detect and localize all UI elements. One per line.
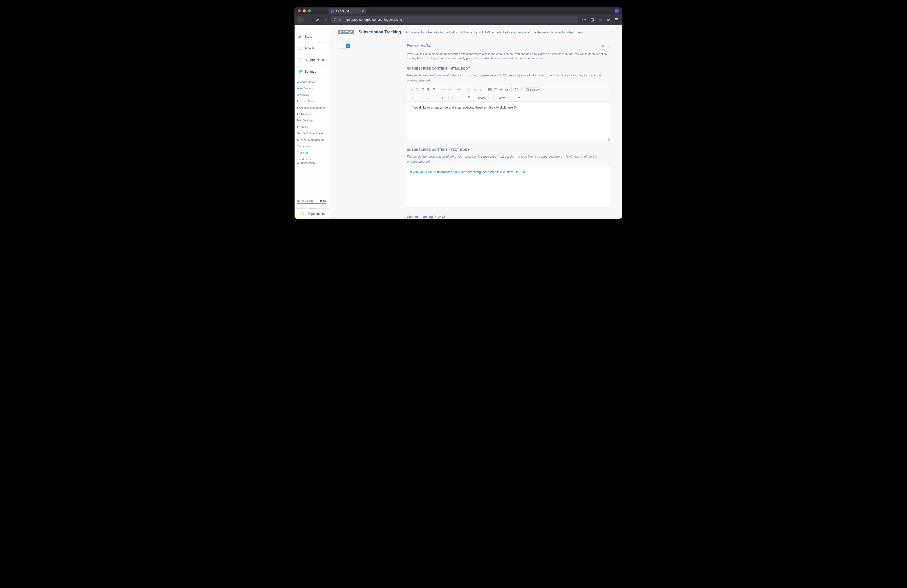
section-header: INACTIVE Subscription Tracking Adds unsu… bbox=[338, 30, 613, 38]
sidebar-item-settings[interactable]: Settings ⌄ bbox=[295, 66, 329, 77]
settings-sub-item[interactable]: Mail Settings bbox=[297, 117, 329, 124]
bullet-list-icon[interactable] bbox=[441, 96, 446, 100]
page-description: Adds unsubscribe links to the bottom of … bbox=[405, 30, 585, 34]
svg-point-33 bbox=[442, 98, 442, 98]
unlink-icon[interactable] bbox=[472, 87, 477, 92]
outdent-icon[interactable] bbox=[451, 96, 456, 100]
help-icon[interactable]: ? bbox=[517, 96, 521, 100]
table-icon[interactable] bbox=[493, 87, 498, 92]
settings-sub-item[interactable]: IP Addresses bbox=[297, 111, 329, 117]
cut-icon[interactable] bbox=[409, 87, 414, 92]
app-viewport: Stats ⌄ Activity Suppressions ⌄ bbox=[295, 25, 622, 219]
browser-titlebar: SendGrid × + ⬶ bbox=[295, 8, 622, 14]
sidebar-item-activity[interactable]: Activity bbox=[295, 43, 329, 54]
reputation-label: REPUTATION bbox=[297, 200, 313, 202]
remove-format-icon[interactable]: Ix bbox=[426, 96, 431, 100]
chevron-down-icon: ⌄ bbox=[324, 70, 326, 73]
source-button[interactable]: Source bbox=[524, 87, 540, 92]
chevron-down-icon: ⌄ bbox=[324, 35, 326, 38]
settings-sub-item[interactable]: Subuser Management bbox=[297, 137, 329, 143]
bold-icon[interactable]: B bbox=[409, 96, 414, 100]
url-bar[interactable]: https://app.sendgrid.com/settings/tracki… bbox=[331, 16, 577, 23]
svg-point-9 bbox=[301, 71, 301, 72]
italic-icon[interactable]: I bbox=[415, 96, 419, 100]
hamburger-menu[interactable] bbox=[613, 16, 620, 23]
blockquote-icon[interactable]: ” bbox=[467, 96, 471, 100]
format-dropdown[interactable]: Format▼ bbox=[496, 96, 511, 100]
paste-icon[interactable] bbox=[420, 87, 425, 92]
settings-sub-item[interactable]: Sender Authentication bbox=[297, 130, 329, 137]
settings-sub-item[interactable]: API Keys bbox=[297, 92, 329, 98]
home-button[interactable]: ⌂ bbox=[322, 16, 330, 23]
window-zoom-dot[interactable] bbox=[308, 10, 311, 13]
image-icon[interactable] bbox=[488, 87, 492, 92]
sidebar-item-stats[interactable]: Stats ⌄ bbox=[295, 31, 329, 43]
settings-sub-item[interactable]: Alert Settings bbox=[297, 85, 329, 91]
back-button[interactable]: ← bbox=[296, 16, 304, 23]
settings-sub-item[interactable]: Teammates bbox=[297, 143, 329, 149]
experiments-button[interactable]: Experiments bbox=[295, 208, 329, 219]
link-icon[interactable] bbox=[467, 87, 471, 92]
styles-dropdown[interactable]: Styles▼ bbox=[476, 96, 491, 100]
svg-point-11 bbox=[301, 212, 304, 215]
html-editor-content[interactable]: If you'd like to unsubscribe and stop re… bbox=[407, 102, 611, 137]
window-controls bbox=[295, 10, 311, 13]
strike-icon[interactable]: S bbox=[420, 96, 425, 100]
svg-rect-15 bbox=[416, 88, 418, 90]
sidebar-label: Stats bbox=[305, 35, 312, 38]
window-close-dot[interactable] bbox=[298, 10, 301, 13]
anchor-icon[interactable] bbox=[478, 87, 482, 92]
sidebar-item-suppressions[interactable]: Suppressions ⌄ bbox=[295, 54, 329, 66]
browser-window: SendGrid × + ⬶ ← → ⟳ ⌂ https://app.sendg… bbox=[295, 8, 622, 219]
reload-button[interactable]: ⟳ bbox=[314, 16, 321, 23]
on-off-toggle[interactable]: OFF ON bbox=[338, 44, 350, 48]
editor-resize-handle[interactable] bbox=[407, 137, 611, 141]
svg-point-8 bbox=[299, 70, 300, 70]
text-body-textarea[interactable]: If you would like to unsubscribe and sto… bbox=[407, 167, 611, 207]
settings-sub-item[interactable]: Two-Factor Authentication bbox=[297, 156, 329, 167]
browser-tab[interactable]: SendGrid × bbox=[329, 8, 367, 14]
undo-icon[interactable] bbox=[441, 87, 446, 92]
copy-icon[interactable] bbox=[415, 87, 419, 92]
maximize-icon[interactable] bbox=[514, 87, 519, 92]
settings-sub-item[interactable]: Partners bbox=[297, 124, 329, 130]
svg-rect-7 bbox=[300, 60, 302, 60]
svg-rect-3 bbox=[300, 36, 300, 38]
settings-sub-item[interactable]: Account Details bbox=[297, 79, 329, 85]
activity-icon bbox=[298, 46, 302, 50]
special-char-icon[interactable]: Ω bbox=[504, 87, 509, 92]
hr-icon[interactable] bbox=[499, 87, 503, 92]
svg-point-10 bbox=[300, 72, 300, 73]
paste-word-icon[interactable]: W bbox=[431, 87, 436, 92]
spellcheck-icon[interactable]: ABC▾ bbox=[457, 87, 462, 92]
form-row: OFF ON Replacement Tag ✕ ✓ bbox=[338, 44, 613, 219]
lock-icon bbox=[339, 18, 341, 21]
cancel-button[interactable]: ✕ bbox=[601, 44, 604, 48]
shield-icon bbox=[333, 18, 337, 21]
paste-text-icon[interactable] bbox=[426, 87, 431, 92]
main-content: INACTIVE Subscription Tracking Adds unsu… bbox=[329, 25, 622, 219]
indent-icon[interactable] bbox=[457, 96, 462, 100]
redo-icon[interactable] bbox=[447, 87, 452, 92]
settings-submenu: Account DetailsAlert SettingsAPI KeysInb… bbox=[295, 77, 329, 168]
forward-button[interactable]: → bbox=[305, 16, 312, 23]
confirm-button[interactable]: ✓ bbox=[608, 44, 611, 48]
bookmark-star-icon[interactable]: ☆ bbox=[597, 16, 604, 23]
form-column: Replacement Tag ✕ ✓ If you would like to… bbox=[407, 44, 613, 219]
experiments-label: Experiments bbox=[308, 212, 325, 216]
html-body-heading: UNSUBSCRIBE CONTENT - HTML BODY bbox=[407, 67, 611, 70]
settings-sub-item[interactable]: Tracking bbox=[297, 149, 329, 156]
settings-sub-item[interactable]: IP Access Management bbox=[297, 105, 329, 111]
window-minimize-dot[interactable] bbox=[303, 10, 306, 13]
tab-close-icon[interactable]: × bbox=[362, 9, 364, 13]
numbered-list-icon[interactable]: 123 bbox=[436, 96, 440, 100]
svg-rect-2 bbox=[298, 37, 299, 38]
new-tab-button[interactable]: + bbox=[369, 9, 373, 13]
collapse-icon[interactable]: ⌃ bbox=[611, 30, 613, 34]
overflow-icon[interactable]: ≫ bbox=[605, 16, 612, 23]
settings-sub-item[interactable]: Inbound Parse bbox=[297, 98, 329, 104]
svg-point-32 bbox=[442, 97, 442, 98]
reader-icon[interactable] bbox=[589, 16, 596, 23]
svg-rect-0 bbox=[340, 20, 341, 21]
ellipsis-icon[interactable]: ••• bbox=[580, 16, 588, 23]
